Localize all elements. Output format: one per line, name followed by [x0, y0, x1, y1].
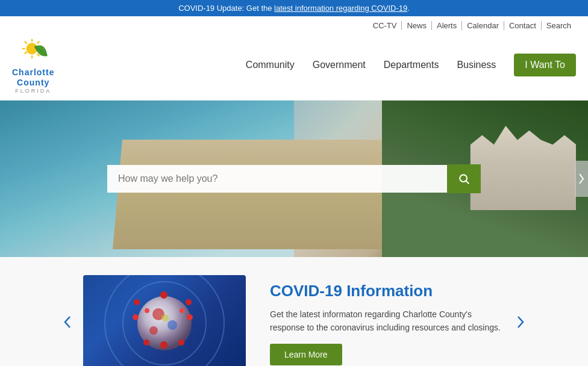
nav-government[interactable]: Government — [313, 60, 366, 70]
nav-community[interactable]: Community — [246, 60, 295, 70]
svg-line-6 — [37, 54, 40, 56]
hero-section — [0, 101, 588, 257]
chevron-left-icon — [64, 315, 71, 329]
site-logo[interactable]: Charlotte County FLORIDA — [12, 36, 54, 94]
covid-card-title: COVID-19 Information — [270, 282, 505, 300]
covid-image — [83, 275, 246, 366]
covid-info: COVID-19 Information Get the latest info… — [270, 282, 505, 366]
logo-florida: FLORIDA — [12, 88, 54, 95]
svg-line-5 — [25, 42, 27, 44]
svg-point-9 — [460, 175, 467, 182]
main-navigation: Community Government Departments Busines… — [90, 54, 576, 76]
hero-search-container — [107, 164, 481, 193]
logo-svg — [16, 36, 51, 67]
carousel-prev-button[interactable] — [52, 314, 83, 333]
hero-search-input[interactable] — [107, 165, 447, 193]
covid-card: COVID-19 Information Get the latest info… — [83, 275, 505, 366]
covid-banner-link[interactable]: latest information regarding COVID-19 — [274, 4, 407, 13]
utility-nav-news[interactable]: News — [402, 21, 432, 30]
chevron-right-icon — [578, 173, 584, 185]
logo-text: Charlotte County FLORIDA — [12, 67, 54, 94]
utility-nav: CC-TV News Alerts Calendar Contact Searc… — [0, 16, 588, 33]
carousel-next-button[interactable] — [505, 314, 536, 333]
covid-card-description: Get the latest informaton regarding Char… — [270, 308, 505, 335]
logo-county: County — [12, 78, 54, 88]
hero-search-button[interactable] — [447, 164, 481, 193]
learn-more-button[interactable]: Learn More — [270, 344, 342, 365]
content-section: COVID-19 Information Get the latest info… — [0, 257, 588, 366]
svg-line-7 — [37, 42, 40, 44]
hero-carousel-arrow-right[interactable] — [575, 161, 588, 197]
nav-business[interactable]: Business — [457, 60, 496, 70]
utility-nav-contact[interactable]: Contact — [504, 21, 542, 30]
i-want-to-button[interactable]: I Want To — [514, 54, 576, 76]
virus-illustration — [137, 296, 192, 350]
svg-line-8 — [25, 52, 27, 54]
utility-nav-search[interactable]: Search — [542, 21, 576, 30]
chevron-right-icon — [517, 315, 524, 329]
utility-nav-calendar[interactable]: Calendar — [462, 21, 504, 30]
main-header: Charlotte County FLORIDA Community Gover… — [0, 33, 588, 101]
utility-nav-cctv[interactable]: CC-TV — [368, 21, 402, 30]
covid-banner: COVID-19 Update: Get the latest informat… — [0, 0, 588, 16]
logo-charlotte: Charlotte — [12, 67, 54, 78]
nav-departments[interactable]: Departments — [384, 60, 439, 70]
search-icon — [458, 173, 470, 185]
svg-line-10 — [466, 181, 469, 184]
covid-banner-text: COVID-19 Update: Get the — [178, 4, 274, 13]
content-carousel: COVID-19 Information Get the latest info… — [0, 275, 588, 366]
utility-nav-alerts[interactable]: Alerts — [432, 21, 462, 30]
